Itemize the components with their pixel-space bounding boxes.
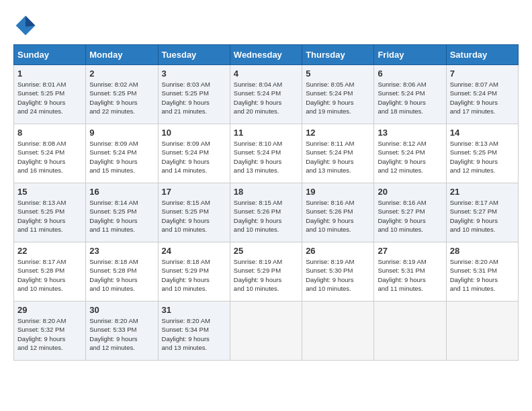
day-number: 10 <box>162 128 226 138</box>
day-info: Sunrise: 8:15 AM Sunset: 5:25 PM Dayligh… <box>162 198 226 234</box>
day-header-saturday: Saturday <box>446 45 518 65</box>
day-info: Sunrise: 8:20 AM Sunset: 5:34 PM Dayligh… <box>162 316 226 352</box>
day-info: Sunrise: 8:08 AM Sunset: 5:24 PM Dayligh… <box>17 139 82 175</box>
calendar-cell: 18Sunrise: 8:15 AM Sunset: 5:26 PM Dayli… <box>230 183 302 242</box>
day-info: Sunrise: 8:16 AM Sunset: 5:26 PM Dayligh… <box>306 198 370 234</box>
calendar-week-row: 29Sunrise: 8:20 AM Sunset: 5:32 PM Dayli… <box>14 302 519 361</box>
calendar-cell: 10Sunrise: 8:09 AM Sunset: 5:24 PM Dayli… <box>158 124 230 183</box>
day-number: 17 <box>162 187 226 197</box>
calendar-cell: 26Sunrise: 8:19 AM Sunset: 5:30 PM Dayli… <box>302 242 374 302</box>
day-number: 30 <box>89 305 154 315</box>
day-info: Sunrise: 8:14 AM Sunset: 5:25 PM Dayligh… <box>89 198 154 234</box>
day-number: 16 <box>89 187 154 197</box>
page-header <box>13 13 519 38</box>
calendar-cell: 29Sunrise: 8:20 AM Sunset: 5:32 PM Dayli… <box>14 302 86 361</box>
calendar-cell: 3Sunrise: 8:03 AM Sunset: 5:25 PM Daylig… <box>158 65 230 124</box>
calendar-table: SundayMondayTuesdayWednesdayThursdayFrid… <box>13 44 519 361</box>
day-number: 9 <box>89 128 154 138</box>
calendar-cell: 24Sunrise: 8:18 AM Sunset: 5:29 PM Dayli… <box>158 242 230 302</box>
day-info: Sunrise: 8:19 AM Sunset: 5:29 PM Dayligh… <box>234 257 298 293</box>
header-row: SundayMondayTuesdayWednesdayThursdayFrid… <box>14 45 519 65</box>
day-info: Sunrise: 8:15 AM Sunset: 5:26 PM Dayligh… <box>234 198 298 234</box>
day-number: 6 <box>378 68 442 79</box>
calendar-cell: 12Sunrise: 8:11 AM Sunset: 5:24 PM Dayli… <box>302 124 374 183</box>
day-number: 23 <box>89 246 154 256</box>
calendar-cell <box>230 302 302 361</box>
day-info: Sunrise: 8:04 AM Sunset: 5:24 PM Dayligh… <box>234 80 298 116</box>
day-header-sunday: Sunday <box>14 45 86 65</box>
calendar-cell: 5Sunrise: 8:05 AM Sunset: 5:24 PM Daylig… <box>302 65 374 124</box>
day-number: 19 <box>306 187 370 197</box>
day-number: 26 <box>306 246 370 256</box>
day-info: Sunrise: 8:20 AM Sunset: 5:32 PM Dayligh… <box>17 316 82 352</box>
day-info: Sunrise: 8:20 AM Sunset: 5:31 PM Dayligh… <box>450 257 515 293</box>
day-number: 7 <box>450 68 515 79</box>
logo-icon <box>13 13 38 38</box>
day-info: Sunrise: 8:17 AM Sunset: 5:27 PM Dayligh… <box>450 198 515 234</box>
day-info: Sunrise: 8:19 AM Sunset: 5:31 PM Dayligh… <box>378 257 442 293</box>
day-header-monday: Monday <box>86 45 158 65</box>
day-number: 24 <box>162 246 226 256</box>
day-number: 1 <box>17 68 82 79</box>
calendar-cell: 9Sunrise: 8:09 AM Sunset: 5:24 PM Daylig… <box>86 124 158 183</box>
calendar-week-row: 8Sunrise: 8:08 AM Sunset: 5:24 PM Daylig… <box>14 124 519 183</box>
day-number: 29 <box>17 305 82 315</box>
calendar-cell: 23Sunrise: 8:18 AM Sunset: 5:28 PM Dayli… <box>86 242 158 302</box>
calendar-cell: 8Sunrise: 8:08 AM Sunset: 5:24 PM Daylig… <box>14 124 86 183</box>
day-info: Sunrise: 8:19 AM Sunset: 5:30 PM Dayligh… <box>306 257 370 293</box>
day-number: 8 <box>17 128 82 138</box>
calendar-cell: 22Sunrise: 8:17 AM Sunset: 5:28 PM Dayli… <box>14 242 86 302</box>
day-info: Sunrise: 8:18 AM Sunset: 5:29 PM Dayligh… <box>162 257 226 293</box>
day-number: 2 <box>89 68 154 79</box>
logo <box>13 13 42 38</box>
day-info: Sunrise: 8:09 AM Sunset: 5:24 PM Dayligh… <box>162 139 226 175</box>
calendar-cell: 11Sunrise: 8:10 AM Sunset: 5:24 PM Dayli… <box>230 124 302 183</box>
day-number: 12 <box>306 128 370 138</box>
day-header-tuesday: Tuesday <box>158 45 230 65</box>
calendar-cell: 6Sunrise: 8:06 AM Sunset: 5:24 PM Daylig… <box>374 65 446 124</box>
calendar-cell: 31Sunrise: 8:20 AM Sunset: 5:34 PM Dayli… <box>158 302 230 361</box>
day-number: 15 <box>17 187 82 197</box>
calendar-cell: 14Sunrise: 8:13 AM Sunset: 5:25 PM Dayli… <box>446 124 518 183</box>
calendar-week-row: 15Sunrise: 8:13 AM Sunset: 5:25 PM Dayli… <box>14 183 519 242</box>
day-number: 4 <box>234 68 298 79</box>
day-number: 14 <box>450 128 515 138</box>
calendar-cell: 15Sunrise: 8:13 AM Sunset: 5:25 PM Dayli… <box>14 183 86 242</box>
calendar-cell: 2Sunrise: 8:02 AM Sunset: 5:25 PM Daylig… <box>86 65 158 124</box>
day-info: Sunrise: 8:09 AM Sunset: 5:24 PM Dayligh… <box>89 139 154 175</box>
day-number: 25 <box>234 246 298 256</box>
calendar-cell: 25Sunrise: 8:19 AM Sunset: 5:29 PM Dayli… <box>230 242 302 302</box>
day-number: 11 <box>234 128 298 138</box>
day-info: Sunrise: 8:16 AM Sunset: 5:27 PM Dayligh… <box>378 198 442 234</box>
calendar-week-row: 22Sunrise: 8:17 AM Sunset: 5:28 PM Dayli… <box>14 242 519 302</box>
calendar-cell: 4Sunrise: 8:04 AM Sunset: 5:24 PM Daylig… <box>230 65 302 124</box>
svg-marker-1 <box>26 16 35 27</box>
day-info: Sunrise: 8:10 AM Sunset: 5:24 PM Dayligh… <box>234 139 298 175</box>
day-info: Sunrise: 8:13 AM Sunset: 5:25 PM Dayligh… <box>17 198 82 234</box>
calendar-cell: 16Sunrise: 8:14 AM Sunset: 5:25 PM Dayli… <box>86 183 158 242</box>
calendar-cell: 13Sunrise: 8:12 AM Sunset: 5:24 PM Dayli… <box>374 124 446 183</box>
day-info: Sunrise: 8:20 AM Sunset: 5:33 PM Dayligh… <box>89 316 154 352</box>
day-number: 5 <box>306 68 370 79</box>
day-number: 3 <box>162 68 226 79</box>
calendar-cell: 21Sunrise: 8:17 AM Sunset: 5:27 PM Dayli… <box>446 183 518 242</box>
day-info: Sunrise: 8:07 AM Sunset: 5:24 PM Dayligh… <box>450 80 515 116</box>
calendar-cell <box>446 302 518 361</box>
day-number: 27 <box>378 246 442 256</box>
day-info: Sunrise: 8:13 AM Sunset: 5:25 PM Dayligh… <box>450 139 515 175</box>
day-info: Sunrise: 8:06 AM Sunset: 5:24 PM Dayligh… <box>378 80 442 116</box>
calendar-week-row: 1Sunrise: 8:01 AM Sunset: 5:25 PM Daylig… <box>14 65 519 124</box>
day-number: 20 <box>378 187 442 197</box>
day-header-thursday: Thursday <box>302 45 374 65</box>
calendar-cell <box>374 302 446 361</box>
calendar-cell: 1Sunrise: 8:01 AM Sunset: 5:25 PM Daylig… <box>14 65 86 124</box>
calendar-cell: 27Sunrise: 8:19 AM Sunset: 5:31 PM Dayli… <box>374 242 446 302</box>
day-header-wednesday: Wednesday <box>230 45 302 65</box>
day-info: Sunrise: 8:17 AM Sunset: 5:28 PM Dayligh… <box>17 257 82 293</box>
calendar-cell: 17Sunrise: 8:15 AM Sunset: 5:25 PM Dayli… <box>158 183 230 242</box>
day-header-friday: Friday <box>374 45 446 65</box>
calendar-cell: 7Sunrise: 8:07 AM Sunset: 5:24 PM Daylig… <box>446 65 518 124</box>
calendar-cell: 30Sunrise: 8:20 AM Sunset: 5:33 PM Dayli… <box>86 302 158 361</box>
day-number: 18 <box>234 187 298 197</box>
day-number: 21 <box>450 187 515 197</box>
